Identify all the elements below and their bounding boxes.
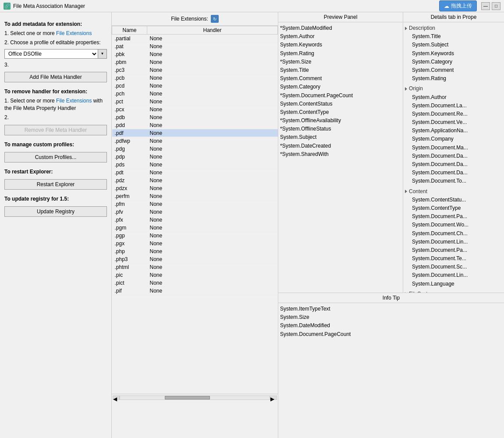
table-row[interactable]: .pgmNone xyxy=(112,224,278,232)
extension-name: .pdt xyxy=(112,169,147,177)
table-row[interactable]: .pdgNone xyxy=(112,145,278,153)
table-row[interactable]: .pchNone xyxy=(112,90,278,98)
restart-explorer-button[interactable]: Restart Explorer xyxy=(4,179,107,190)
table-row[interactable]: .pctNone xyxy=(112,98,278,106)
table-row[interactable]: .phtmlNone xyxy=(112,263,278,271)
details-item: System.Rating xyxy=(405,74,502,83)
table-row[interactable]: .pc3None xyxy=(112,66,278,74)
table-row[interactable]: .pgxNone xyxy=(112,240,278,247)
remove-handler-button[interactable]: Remove File Meta Handler xyxy=(4,125,107,135)
custom-profiles-button[interactable]: Custom Profiles... xyxy=(4,152,107,162)
table-row[interactable]: .pcbNone xyxy=(112,74,278,82)
table-row[interactable]: .pdpNone xyxy=(112,153,278,161)
details-item: System.Document.Wo... xyxy=(405,221,502,229)
handler-value: None xyxy=(147,224,278,232)
handler-value: None xyxy=(147,82,278,90)
refresh-button[interactable]: ↻ xyxy=(211,15,219,23)
table-row[interactable]: .pfmNone xyxy=(112,200,278,208)
step3-text: 3. xyxy=(4,61,107,69)
details-group-title: Origin xyxy=(405,85,502,93)
preview-item: *System.OfflineAvailability xyxy=(280,117,401,125)
handler-value: None xyxy=(147,106,278,113)
update-registry-button[interactable]: Update Registry xyxy=(4,206,107,217)
preview-item: System.ContentStatus xyxy=(280,100,401,108)
remove-section: To remove handler for extension: 1. Sele… xyxy=(4,88,107,137)
handler-value: None xyxy=(147,98,278,106)
preview-item: *System.DateCreated xyxy=(280,142,401,150)
handler-value: None xyxy=(147,90,278,98)
table-row[interactable]: .php3None xyxy=(112,255,278,263)
table-row[interactable]: .picNone xyxy=(112,271,278,279)
table-row[interactable]: .pfvNone xyxy=(112,208,278,216)
table-row[interactable]: .pictNone xyxy=(112,279,278,287)
app-title: File Meta Association Manager xyxy=(13,3,85,9)
title-bar-left: 🔗 File Meta Association Manager xyxy=(4,3,85,10)
preview-item: *System.DateModified xyxy=(280,24,401,32)
table-row[interactable]: .pcdNone xyxy=(112,82,278,90)
handler-value: None xyxy=(147,50,278,58)
table-row[interactable]: .pdzNone xyxy=(112,177,278,184)
info-tip-item: System.ItemTypeText xyxy=(280,305,502,313)
table-row[interactable]: .pdfwpNone xyxy=(112,137,278,145)
minimize-button[interactable]: — xyxy=(481,2,490,10)
expand-triangle[interactable] xyxy=(405,27,407,30)
info-tip-item: System.Size xyxy=(280,313,502,321)
handler-value: None xyxy=(147,232,278,240)
details-item: System.Document.Lin... xyxy=(405,271,502,279)
handler-value: None xyxy=(147,216,278,224)
table-row[interactable]: .partialNone xyxy=(112,35,278,42)
extension-name: .pdb xyxy=(112,113,147,121)
table-row[interactable]: .pbkNone xyxy=(112,50,278,58)
step2-text: 2. Choose a profile of editable properti… xyxy=(4,39,107,46)
details-item: System.Title xyxy=(405,32,502,41)
scroll-left-btn[interactable]: ◀ xyxy=(113,396,120,400)
step1-text: 1. Select one or more File Extensions xyxy=(4,30,107,37)
expand-triangle[interactable] xyxy=(405,87,407,91)
file-list-scroll[interactable]: Name Handler .partialNone.patNone.pbkNon… xyxy=(112,26,278,394)
table-row[interactable]: .pfxNone xyxy=(112,216,278,224)
left-panel: To add metadata for extension: 1. Select… xyxy=(0,12,112,438)
table-row[interactable]: .phpNone xyxy=(112,247,278,255)
extension-name: .pcx xyxy=(112,106,147,113)
details-item: System.Document.Pa... xyxy=(405,246,502,254)
table-row[interactable]: .pdsNone xyxy=(112,161,278,169)
preview-item: *System.OfflineStatus xyxy=(280,125,401,133)
table-row[interactable]: .pdfNone xyxy=(112,129,278,137)
details-item: System.Document.Lin... xyxy=(405,238,502,246)
table-row[interactable]: .pifNone xyxy=(112,287,278,295)
profile-dropdown[interactable]: Office DSOfile xyxy=(4,49,98,59)
horizontal-scrollbar[interactable]: ◀ ▶ xyxy=(112,394,278,401)
app-icon: 🔗 xyxy=(4,3,11,10)
dropdown-arrow[interactable]: ▼ xyxy=(98,49,107,59)
table-row[interactable]: .pddNone xyxy=(112,121,278,129)
preview-item: System.ContentType xyxy=(280,108,401,117)
scroll-thumb[interactable] xyxy=(165,396,209,399)
details-item: System.Category xyxy=(405,58,502,66)
table-row[interactable]: .pgpNone xyxy=(112,232,278,240)
info-tip-item: System.Document.PageCount xyxy=(280,330,502,339)
handler-value: None xyxy=(147,255,278,263)
extension-name: .pdfwp xyxy=(112,137,147,145)
extension-name: .pgx xyxy=(112,240,147,247)
upload-button[interactable]: ☁ 拖拽上传 xyxy=(439,0,477,11)
table-row[interactable]: .patNone xyxy=(112,42,278,50)
add-handler-button[interactable]: Add File Meta Handler xyxy=(4,72,107,82)
right-top: Preview Panel *System.DateModifiedSystem… xyxy=(278,12,504,293)
expand-triangle[interactable] xyxy=(405,190,407,193)
maximize-button[interactable]: □ xyxy=(492,2,500,10)
extension-name: .partial xyxy=(112,35,147,42)
handler-value: None xyxy=(147,240,278,247)
table-row[interactable]: .pdzxNone xyxy=(112,184,278,192)
table-row[interactable]: .perfmNone xyxy=(112,192,278,200)
table-row[interactable]: .pcxNone xyxy=(112,106,278,113)
scroll-right-btn[interactable]: ▶ xyxy=(270,396,277,400)
handler-value: None xyxy=(147,153,278,161)
table-row[interactable]: .pdtNone xyxy=(112,169,278,177)
table-row[interactable]: .pbmNone xyxy=(112,58,278,66)
extension-name: .pdf xyxy=(112,129,147,137)
handler-value: None xyxy=(147,42,278,50)
extension-name: .pc3 xyxy=(112,66,147,74)
scroll-track[interactable] xyxy=(120,396,270,400)
table-row[interactable]: .pdbNone xyxy=(112,113,278,121)
profiles-section-title: To manage custom profiles: xyxy=(4,141,107,148)
